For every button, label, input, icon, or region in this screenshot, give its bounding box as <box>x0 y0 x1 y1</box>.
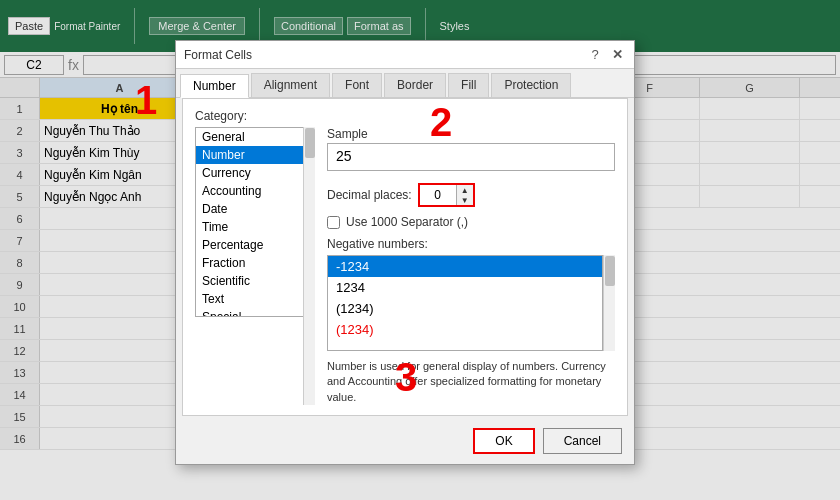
neg-item-red1234[interactable]: (1234) <box>328 319 602 340</box>
category-currency[interactable]: Currency <box>196 164 314 182</box>
separator-label: Use 1000 Separator (,) <box>346 215 468 229</box>
neg-scrollbar-thumb <box>605 256 615 286</box>
decimal-places-input[interactable] <box>420 185 456 205</box>
category-accounting[interactable]: Accounting <box>196 182 314 200</box>
decimal-places-label: Decimal places: <box>327 188 412 202</box>
decimal-places-row: Decimal places: ▲ ▼ <box>327 183 615 207</box>
sample-label: Sample <box>327 127 615 141</box>
category-fraction[interactable]: Fraction <box>196 254 314 272</box>
tab-protection[interactable]: Protection <box>491 73 571 97</box>
dialog-controls: ? ✕ <box>586 46 626 64</box>
cancel-button[interactable]: Cancel <box>543 428 622 454</box>
dialog-titlebar: Format Cells ? ✕ <box>176 41 634 69</box>
negative-numbers-label: Negative numbers: <box>327 237 615 251</box>
tab-fill[interactable]: Fill <box>448 73 489 97</box>
right-panel: Sample 25 Decimal places: ▲ ▼ <box>327 127 615 405</box>
category-list: General Number Currency Accounting Date … <box>195 127 315 317</box>
category-section-label: Category: <box>195 109 615 123</box>
category-time[interactable]: Time <box>196 218 314 236</box>
close-button[interactable]: ✕ <box>608 46 626 64</box>
category-text[interactable]: Text <box>196 290 314 308</box>
dialog-title: Format Cells <box>184 48 252 62</box>
format-cells-dialog: Format Cells ? ✕ Number Alignment Font B… <box>175 40 635 465</box>
category-list-container: General Number Currency Accounting Date … <box>195 127 615 405</box>
modal-overlay: Format Cells ? ✕ Number Alignment Font B… <box>0 0 840 500</box>
scrollbar-thumb <box>305 128 315 158</box>
category-special[interactable]: Special <box>196 308 314 317</box>
negative-numbers-list: -1234 1234 (1234) (1234) <box>327 255 603 351</box>
spinner-down-button[interactable]: ▼ <box>457 195 473 205</box>
description-text: Number is used for general display of nu… <box>327 359 615 405</box>
category-general[interactable]: General <box>196 128 314 146</box>
tab-alignment[interactable]: Alignment <box>251 73 330 97</box>
separator-row: Use 1000 Separator (,) <box>327 215 615 229</box>
neg-item-minus1234[interactable]: -1234 <box>328 256 602 277</box>
decimal-spinner: ▲ ▼ <box>456 185 473 205</box>
spinner-up-button[interactable]: ▲ <box>457 185 473 195</box>
category-percentage[interactable]: Percentage <box>196 236 314 254</box>
decimal-input-wrapper: ▲ ▼ <box>418 183 475 207</box>
tab-number[interactable]: Number <box>180 74 249 98</box>
tab-border[interactable]: Border <box>384 73 446 97</box>
dialog-tabs: Number Alignment Font Border Fill Protec… <box>176 69 634 98</box>
help-button[interactable]: ? <box>586 46 604 64</box>
neg-item-paren1234[interactable]: (1234) <box>328 298 602 319</box>
dialog-footer: OK Cancel <box>176 422 634 464</box>
ok-button[interactable]: OK <box>473 428 534 454</box>
sample-box: 25 <box>327 143 615 171</box>
sample-section: Sample 25 <box>327 127 615 171</box>
tab-font[interactable]: Font <box>332 73 382 97</box>
category-scientific[interactable]: Scientific <box>196 272 314 290</box>
category-scrollbar[interactable] <box>303 127 315 405</box>
category-date[interactable]: Date <box>196 200 314 218</box>
category-number[interactable]: Number <box>196 146 314 164</box>
neg-list-scrollbar[interactable] <box>603 255 615 351</box>
dialog-body: Category: General Number Currency Accoun… <box>182 98 628 416</box>
separator-checkbox[interactable] <box>327 216 340 229</box>
neg-item-1234[interactable]: 1234 <box>328 277 602 298</box>
